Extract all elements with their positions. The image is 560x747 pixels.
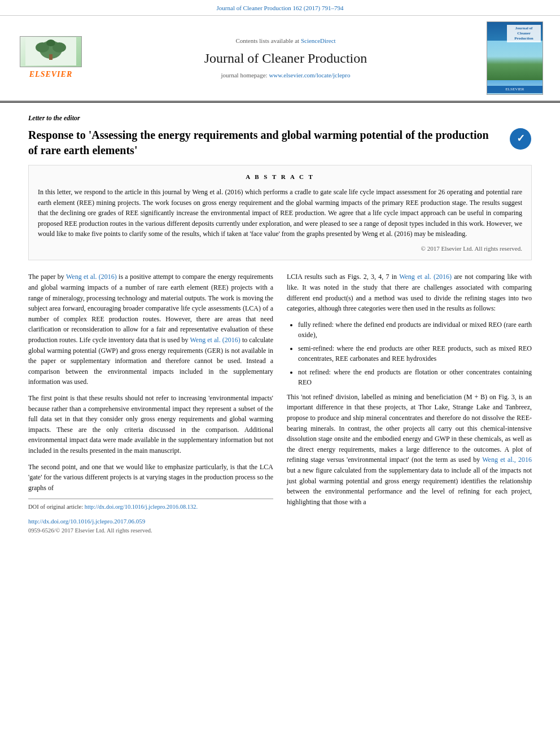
body-right-column: LCIA results such as Figs. 2, 3, 4, 7 in…: [287, 272, 532, 535]
doi-original: DOI of original article: http://dx.doi.o…: [28, 503, 273, 512]
abstract-copyright: © 2017 Elsevier Ltd. All rights reserved…: [38, 244, 522, 254]
svg-rect-2: [49, 54, 53, 60]
cover-bottom-label: ELSEVIER: [487, 86, 542, 93]
sciencedirect-link: Contents lists available at ScienceDirec…: [102, 36, 470, 46]
cover-title-label: Journal of Cleaner Production: [507, 25, 541, 42]
weng-link-3[interactable]: Weng et al. (2016): [399, 273, 452, 281]
crossmark-icon: ✓: [510, 128, 531, 150]
doi-url-link[interactable]: http://dx.doi.org/10.1016/j.jclepro.2016…: [85, 504, 198, 510]
abstract-text: In this letter, we respond to the articl…: [38, 187, 522, 239]
elsevier-tree-svg: [25, 37, 76, 65]
journal-title: Journal of Cleaner Production: [102, 48, 470, 68]
homepage-prefix: journal homepage:: [221, 72, 269, 78]
footnote-area: DOI of original article: http://dx.doi.o…: [28, 499, 273, 535]
body-paragraph-3: The second point, and one that we would …: [28, 462, 273, 493]
letter-label: Letter to the editor: [28, 113, 532, 123]
body-paragraph-5: This 'not refined' division, labelled as…: [287, 392, 532, 508]
elsevier-logo-image: [20, 36, 82, 67]
journal-cover-area: Journal of Cleaner Production ELSEVIER: [481, 21, 549, 95]
weng-link-1[interactable]: Weng et al. (2016): [66, 273, 117, 281]
abstract-heading: A B S T R A C T: [38, 172, 522, 182]
elsevier-label: ELSEVIER: [29, 68, 72, 80]
crossmark-area: ✓: [509, 128, 532, 150]
article-title-area: Response to 'Assessing the energy requir…: [28, 128, 532, 158]
journal-cover-image: Journal of Cleaner Production ELSEVIER: [487, 21, 543, 95]
article-url: http://dx.doi.org/10.1016/j.jclepro.2017…: [28, 517, 273, 526]
sciencedirect-prefix: Contents lists available at: [235, 37, 300, 44]
body-left-column: The paper by Weng et al. (2016) is a pos…: [28, 272, 273, 535]
elsevier-logo-area: ELSEVIER: [11, 36, 90, 80]
body-columns: The paper by Weng et al. (2016) is a pos…: [28, 272, 532, 535]
journal-header: ELSEVIER Contents lists available at Sci…: [0, 16, 560, 102]
article-title-text: Response to 'Assessing the energy requir…: [28, 128, 509, 158]
list-item-not-refined: not refined: where the end products are …: [298, 367, 532, 387]
body-paragraph-1: The paper by Weng et al. (2016) is a pos…: [28, 272, 273, 387]
weng-link-4[interactable]: Weng et al., 2016: [482, 456, 532, 464]
doi-label: DOI of original article:: [28, 504, 83, 510]
cover-mountain-bg: [487, 41, 542, 80]
body-paragraph-2: The first point is that these results sh…: [28, 393, 273, 456]
homepage-url[interactable]: www.elsevier.com/locate/jclepro: [269, 72, 350, 78]
article-content: Letter to the editor Response to 'Assess…: [0, 107, 560, 547]
sciencedirect-anchor[interactable]: ScienceDirect: [301, 37, 336, 44]
body-paragraph-4: LCIA results such as Figs. 2, 3, 4, 7 in…: [287, 272, 532, 313]
journal-homepage: journal homepage: www.elsevier.com/locat…: [102, 71, 470, 80]
journal-info-center: Contents lists available at ScienceDirec…: [90, 36, 481, 80]
footer-copyright: 0959-6526/© 2017 Elsevier Ltd. All right…: [28, 526, 273, 535]
article-url-link[interactable]: http://dx.doi.org/10.1016/j.jclepro.2017…: [28, 518, 145, 525]
list-item-semi-refined: semi-refined: where the end products are…: [298, 343, 532, 364]
list-item-fully-refined: fully refined: where the defined end pro…: [298, 320, 532, 340]
abstract-section: A B S T R A C T In this letter, we respo…: [28, 165, 532, 261]
svg-point-5: [46, 40, 55, 46]
header-divider: [0, 102, 560, 103]
journal-reference-text: Journal of Cleaner Production 162 (2017)…: [217, 5, 344, 11]
refining-categories-list: fully refined: where the defined end pro…: [298, 320, 532, 387]
journal-reference-bar: Journal of Cleaner Production 162 (2017)…: [0, 0, 560, 16]
weng-link-2[interactable]: Weng et al. (2016): [190, 336, 240, 344]
